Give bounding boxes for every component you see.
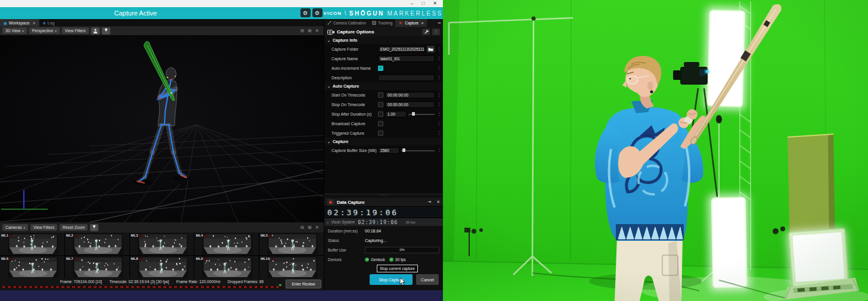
markerless-wordmark: MARKERLESS	[388, 10, 443, 17]
kebab-menu-icon[interactable]: ⋮	[437, 46, 441, 51]
camera-tile[interactable]: ML10	[259, 256, 324, 278]
camera-tile[interactable]: ML6	[0, 256, 64, 278]
checkbox[interactable]: ✓	[378, 66, 383, 71]
text-field[interactable]: 1.00	[385, 111, 407, 117]
close-icon[interactable]: ✕	[315, 28, 319, 33]
vicon-system-row[interactable]: ◂ Vicon System 02:39:19:06 30 fps	[324, 218, 443, 226]
mouse-cursor-icon	[399, 277, 406, 286]
kebab-menu-button[interactable]: ⋮	[432, 29, 440, 35]
pin-button[interactable]	[102, 27, 110, 35]
kebab-menu-icon[interactable]: ⋮	[437, 121, 441, 126]
minimize-icon[interactable]: –	[411, 1, 413, 7]
kebab-menu-icon[interactable]: ⋮	[437, 111, 441, 116]
view-filters-button[interactable]: View Filters	[30, 224, 57, 231]
close-icon[interactable]: ✕	[436, 200, 440, 204]
split-vertical-icon[interactable]: ⊞	[308, 225, 311, 230]
capture-options-header: Capture Options ⋮	[324, 27, 443, 36]
character-button[interactable]	[91, 27, 100, 35]
camera-tile[interactable]: ML5	[259, 232, 324, 255]
projection-dropdown[interactable]: Perspective ▾	[29, 27, 60, 34]
data-capture-rows: Duration (mm:ss)00:18.64StatusCapturing.…	[324, 226, 443, 264]
option-label: Broadcast Capture	[331, 122, 376, 126]
chevron-down-icon: ▾	[55, 29, 57, 33]
kebab-menu-icon[interactable]: ⋮	[437, 75, 441, 80]
3d-viewport[interactable]	[0, 35, 324, 222]
option-label: Capture Folder	[331, 47, 376, 51]
stop-capture-button[interactable]: Stop Capture	[370, 274, 413, 285]
split-vertical-icon[interactable]: ⊞	[308, 28, 311, 33]
slider-thumb[interactable]	[412, 112, 415, 116]
camera-tile[interactable]: ML1	[0, 232, 64, 255]
wrench-button[interactable]	[422, 29, 430, 35]
pin-button[interactable]	[90, 224, 98, 231]
tab-log[interactable]: ≣ Log	[39, 19, 58, 26]
enter-review-button[interactable]: Enter Review	[286, 280, 321, 288]
section-header[interactable]: ⌄Capture Info	[324, 36, 443, 44]
kebab-menu-icon[interactable]: ⋮	[437, 66, 441, 70]
text-field[interactable]: 00:00:00:00	[385, 92, 435, 98]
camera-tile[interactable]: ML4	[194, 232, 259, 255]
checkbox[interactable]	[378, 111, 383, 117]
text-field[interactable]	[378, 75, 435, 81]
slider[interactable]	[408, 111, 435, 117]
slider-thumb[interactable]	[402, 148, 405, 152]
close-icon[interactable]: ✕	[315, 225, 319, 230]
checkbox[interactable]	[378, 131, 383, 136]
kebab-menu-icon[interactable]: ⋮	[437, 56, 441, 61]
checkbox[interactable]	[378, 102, 383, 107]
collapse-icon[interactable]: ◂	[327, 221, 328, 224]
camera-tile[interactable]: ML8	[130, 256, 194, 278]
window-titlebar: – □ ✕	[0, 0, 443, 7]
text-field[interactable]: EMO_20251113\20251113\Session 1\	[378, 46, 425, 52]
section-title: Capture Info	[333, 38, 357, 42]
camera-tile[interactable]: ML7	[65, 256, 129, 278]
text-field[interactable]: 2560	[378, 147, 399, 154]
camera-image	[138, 256, 188, 278]
tab-tracking[interactable]: Tracking	[369, 19, 395, 27]
checkbox[interactable]	[378, 92, 383, 98]
kebab-menu-icon[interactable]: ⋮	[437, 131, 441, 135]
timeline-track[interactable]	[2, 286, 281, 288]
split-horizontal-icon[interactable]: ⊟	[300, 28, 304, 33]
close-icon[interactable]: ✕	[33, 21, 36, 25]
section-header[interactable]: ⌄Auto Capture	[324, 82, 443, 90]
dock-icon[interactable]: ⇥	[427, 200, 431, 204]
settings-gear-button[interactable]: ⚙	[300, 8, 311, 17]
kebab-menu-icon[interactable]: ⋮	[437, 148, 441, 153]
reset-zoom-button[interactable]: Reset Zoom	[60, 224, 88, 231]
tab-camera-calibration[interactable]: Camera Calibration	[324, 19, 369, 27]
field-value: take01_t01	[380, 57, 400, 61]
option-label: Stop On Timecode	[331, 103, 376, 107]
tab-capture[interactable]: Capture ✕	[395, 19, 427, 27]
dock-icon[interactable]: ⇥	[437, 19, 443, 27]
chevron-down-icon: ⌄	[327, 84, 330, 88]
cameras-dropdown[interactable]: Cameras ▾	[2, 224, 28, 231]
folder-browse-button[interactable]	[427, 46, 435, 52]
camera-tile[interactable]: ML2	[65, 232, 129, 255]
camera-tile[interactable]: ML9	[194, 256, 259, 278]
close-icon[interactable]: ✕	[433, 1, 437, 7]
chevron-down-icon: ▾	[24, 226, 26, 229]
kebab-menu-icon[interactable]: ⋮	[437, 102, 441, 107]
camera-tile[interactable]: ML3	[130, 232, 194, 255]
maximize-icon[interactable]: □	[421, 1, 424, 7]
camera-settings-button[interactable]: ⚙	[312, 8, 323, 17]
playhead-marker[interactable]	[278, 284, 282, 287]
camera-tile-header: ML6	[1, 257, 13, 260]
split-horizontal-icon[interactable]: ⊟	[300, 225, 304, 230]
text-field[interactable]: 00:00:00:00	[385, 101, 435, 108]
slider[interactable]	[401, 148, 435, 153]
cancel-button[interactable]: Cancel	[416, 274, 439, 285]
checkbox[interactable]	[378, 121, 383, 126]
view-filters-button[interactable]: View Filters	[62, 27, 89, 34]
system-timecode: 02:39:19:06	[358, 219, 398, 225]
view-mode-dropdown[interactable]: 3D View ▾	[2, 27, 27, 34]
option-label: Description	[331, 76, 376, 80]
log-icon: ≣	[43, 21, 46, 25]
kebab-menu-icon[interactable]: ⋮	[437, 92, 441, 97]
text-field[interactable]: take01_t01	[378, 55, 435, 62]
section-header[interactable]: ⌄Capture	[324, 138, 443, 145]
record-indicator	[75, 234, 78, 237]
tab-workspace[interactable]: ▦ Workspace ✕	[0, 19, 39, 26]
close-icon[interactable]: ✕	[421, 21, 424, 25]
